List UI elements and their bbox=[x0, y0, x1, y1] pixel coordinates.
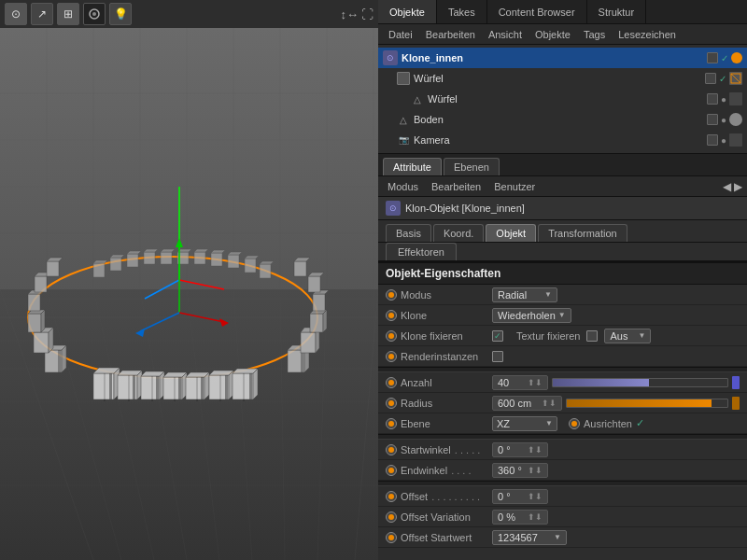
offset-value: 0 ° ⬆⬇ bbox=[492, 489, 740, 504]
ebene-dropdown[interactable]: XZ ▼ bbox=[492, 416, 557, 431]
ausrichten-radio[interactable] bbox=[569, 418, 580, 429]
tab-content-browser[interactable]: Content Browser bbox=[487, 0, 587, 23]
prop-radius: Radius 600 cm ⬆⬇ bbox=[378, 393, 747, 413]
radius-input[interactable]: 600 cm ⬆⬇ bbox=[492, 396, 562, 411]
vis-icon-1[interactable] bbox=[707, 52, 718, 63]
offsetvar-radio[interactable] bbox=[386, 511, 397, 523]
tree-item-klone-innen[interactable]: ⊙ Klone_innen ✓ bbox=[378, 48, 747, 68]
ew-stepper[interactable]: ⬆⬇ bbox=[528, 466, 543, 475]
vis-icon-2[interactable] bbox=[731, 52, 742, 63]
sub-tab-transformation[interactable]: Transformation bbox=[538, 224, 627, 242]
render-check[interactable] bbox=[492, 351, 503, 362]
offset-input[interactable]: 0 ° ⬆⬇ bbox=[492, 489, 548, 504]
anzahl-stepper[interactable]: ⬆⬇ bbox=[528, 378, 543, 387]
dot-4: ● bbox=[721, 115, 726, 125]
attr-benutzer[interactable]: Benutzer bbox=[489, 179, 540, 194]
toolbar-icon-4[interactable] bbox=[83, 3, 106, 25]
textur-fix-dropdown[interactable]: Aus ▼ bbox=[604, 329, 651, 343]
offset-stepper[interactable]: ⬆⬇ bbox=[528, 492, 543, 501]
toolbar-icon-5[interactable]: 💡 bbox=[109, 3, 132, 25]
offstart-radio[interactable] bbox=[386, 532, 397, 543]
viewport-expand-icon[interactable]: ⛶ bbox=[361, 7, 374, 21]
ebene-label: Ebene bbox=[386, 418, 488, 429]
klone-dropdown[interactable]: Wiederholen ▼ bbox=[492, 308, 571, 323]
modus-dropdown[interactable]: Radial ▼ bbox=[492, 287, 557, 302]
vis-4[interactable] bbox=[707, 114, 718, 125]
tree-item-wurfel-1[interactable]: Würfel ✓ bbox=[378, 68, 747, 89]
tree-item-boden[interactable]: △ Boden ● bbox=[378, 109, 747, 130]
3d-scene[interactable] bbox=[0, 28, 378, 560]
svg-marker-116 bbox=[245, 256, 259, 259]
render-radio[interactable] bbox=[386, 351, 397, 362]
startwinkel-radio[interactable] bbox=[386, 444, 397, 455]
tab-effektoren[interactable]: Effektoren bbox=[386, 243, 457, 260]
radius-radio[interactable] bbox=[386, 398, 397, 409]
arrow-right[interactable]: ▶ bbox=[734, 180, 742, 193]
menu-tags[interactable]: Tags bbox=[578, 27, 611, 42]
offset-radio[interactable] bbox=[386, 491, 397, 502]
svg-rect-91 bbox=[313, 294, 325, 311]
klon-obj-icon: ⊙ bbox=[386, 201, 401, 216]
textur-arrow: ▼ bbox=[639, 331, 646, 340]
tab-struktur[interactable]: Struktur bbox=[587, 0, 647, 23]
svg-rect-97 bbox=[93, 263, 105, 277]
offset-start-dropdown[interactable]: 1234567 ▼ bbox=[492, 530, 567, 545]
vis-5[interactable] bbox=[707, 134, 718, 146]
klone-radio[interactable] bbox=[386, 310, 397, 321]
viewport-panel[interactable]: ⊙ ↗ ⊞ 💡 ↕↔ ⛶ bbox=[0, 0, 378, 560]
svg-rect-111 bbox=[211, 253, 222, 266]
menu-objekte[interactable]: Objekte bbox=[529, 27, 576, 42]
tree-item-wurfel-2[interactable]: △ Würfel ● bbox=[378, 89, 747, 109]
svg-rect-115 bbox=[245, 259, 256, 273]
check-2: ✓ bbox=[719, 74, 726, 84]
offvar-stepper[interactable]: ⬆⬇ bbox=[528, 512, 543, 522]
right-panel: Objekte Takes Content Browser Struktur D… bbox=[378, 0, 747, 560]
toolbar-icon-3[interactable]: ⊞ bbox=[57, 3, 79, 25]
tab-objekte[interactable]: Objekte bbox=[378, 0, 437, 23]
svg-rect-40 bbox=[109, 373, 112, 399]
modus-radio[interactable] bbox=[386, 289, 397, 301]
textur-fix-check[interactable] bbox=[586, 330, 598, 342]
arrow-left[interactable]: ◀ bbox=[723, 180, 731, 193]
sub-tab-koord[interactable]: Koord. bbox=[433, 224, 484, 242]
svg-marker-67 bbox=[62, 345, 66, 372]
anzahl-handle[interactable] bbox=[732, 376, 740, 389]
radius-stepper[interactable]: ⬆⬇ bbox=[542, 399, 557, 408]
menu-bearbeiten[interactable]: Bearbeiten bbox=[420, 27, 481, 42]
endwinkel-radio[interactable] bbox=[386, 465, 397, 476]
vis-2[interactable] bbox=[705, 73, 716, 84]
sub-tab-basis[interactable]: Basis bbox=[386, 224, 431, 242]
svg-marker-104 bbox=[144, 249, 158, 252]
sub-tab-objekt[interactable]: Objekt bbox=[486, 224, 536, 242]
tab-takes[interactable]: Takes bbox=[437, 0, 487, 23]
endwinkel-input[interactable]: 360 ° ⬆⬇ bbox=[492, 463, 548, 478]
svg-point-1 bbox=[92, 12, 96, 16]
tab-attribute[interactable]: Attribute bbox=[383, 158, 442, 175]
menu-lesezeichen[interactable]: Lesezeichen bbox=[613, 27, 682, 42]
anzahl-input[interactable]: 40 ⬆⬇ bbox=[492, 375, 548, 390]
startwinkel-input[interactable]: 0 ° ⬆⬇ bbox=[492, 442, 548, 457]
attr-bearbeiten[interactable]: Bearbeiten bbox=[427, 179, 486, 194]
radius-handle[interactable] bbox=[732, 397, 740, 410]
vis-3[interactable] bbox=[707, 93, 718, 105]
tree-item-kamera[interactable]: 📷 Kamera ● bbox=[378, 130, 747, 150]
svg-marker-98 bbox=[93, 260, 107, 263]
svg-marker-102 bbox=[127, 251, 141, 254]
ebene-radio[interactable] bbox=[386, 418, 397, 429]
offset-var-input[interactable]: 0 % ⬆⬇ bbox=[492, 510, 548, 525]
tab-ebenen[interactable]: Ebenen bbox=[444, 158, 500, 175]
check-1: ✓ bbox=[721, 53, 728, 63]
toolbar-icon-1[interactable]: ⊙ bbox=[5, 3, 27, 25]
sw-stepper[interactable]: ⬆⬇ bbox=[528, 445, 543, 455]
ebene-value: XZ ▼ Ausrichten ✓ bbox=[492, 416, 740, 431]
viewport-nav-icon[interactable]: ↕↔ bbox=[341, 7, 359, 21]
attr-modus[interactable]: Modus bbox=[383, 179, 423, 194]
toolbar-icon-2[interactable]: ↗ bbox=[31, 3, 53, 25]
anzahl-radio[interactable] bbox=[386, 377, 397, 388]
offstart-arrow: ▼ bbox=[554, 533, 561, 541]
menu-ansicht[interactable]: Ansicht bbox=[483, 27, 528, 42]
klone-fix-check[interactable] bbox=[492, 330, 503, 342]
prop-endwinkel: Endwinkel . . . . 360 ° ⬆⬇ bbox=[378, 460, 747, 481]
menu-datei[interactable]: Datei bbox=[383, 27, 418, 42]
klonefix-radio[interactable] bbox=[386, 330, 397, 342]
